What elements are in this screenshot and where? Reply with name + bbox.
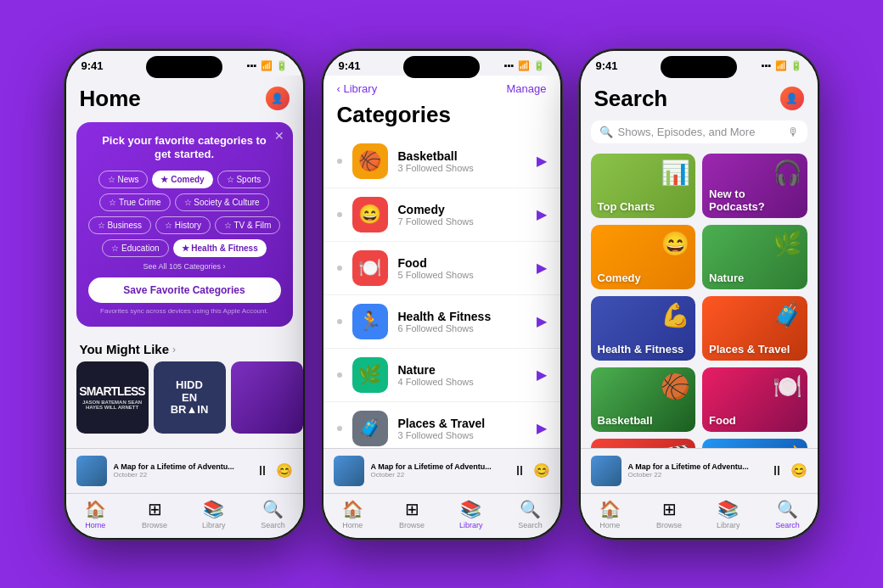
- save-categories-button[interactable]: Save Favorite Categories: [88, 277, 281, 303]
- home-tab-label-srch: Home: [599, 521, 620, 529]
- pause-icon-lib[interactable]: ⏸: [513, 463, 526, 479]
- status-icons-home: ▪▪▪ 📶 🔋: [247, 60, 288, 71]
- tile-emoji-top-charts: 📊: [661, 159, 690, 187]
- tab-home-srch[interactable]: 🏠 Home: [581, 499, 640, 529]
- cat-name-travel: Places & Travel: [398, 417, 526, 430]
- cat-item-basketball[interactable]: 🏀 Basketball 3 Followed Shows ▶: [323, 135, 560, 188]
- cat-item-comedy[interactable]: 😄 Comedy 7 Followed Shows ▶: [323, 188, 560, 242]
- tag-truecrime[interactable]: ☆ True Crime: [99, 193, 170, 211]
- wifi-icon-lib: 📶: [518, 60, 530, 71]
- tags-row-3: ☆ Business ☆ History ☆ TV & Film: [88, 216, 281, 234]
- search-magnifier-icon: 🔍: [599, 126, 613, 138]
- phones-container: 9:41 ▪▪▪ 📶 🔋 Home 👤 ✕ Pick your favorite…: [47, 31, 837, 557]
- emoji-icon[interactable]: 😊: [276, 462, 293, 479]
- cat-name-health: Health & Fitness: [398, 310, 526, 323]
- tab-search-srch[interactable]: 🔍 Search: [758, 499, 818, 529]
- tab-library[interactable]: 📚 Library: [184, 499, 244, 529]
- search-placeholder: Shows, Episodes, and More: [618, 126, 783, 138]
- play-icon-comedy[interactable]: ▶: [537, 206, 547, 222]
- cat-item-travel[interactable]: 🧳 Places & Travel 3 Followed Shows ▶: [323, 402, 560, 448]
- cat-icon-food: 🍽️: [352, 250, 388, 286]
- tab-library-lib[interactable]: 📚 Library: [442, 499, 501, 529]
- emoji-icon-srch[interactable]: 😊: [790, 462, 807, 479]
- tag-history[interactable]: ☆ History: [155, 216, 211, 234]
- tab-search-lib[interactable]: 🔍 Search: [501, 499, 560, 529]
- phone-library: 9:41 ▪▪▪ 📶 🔋 ‹ Library Manage Categories: [321, 48, 563, 540]
- emoji-icon-lib[interactable]: 😊: [533, 462, 550, 479]
- pause-icon-srch[interactable]: ⏸: [770, 463, 784, 479]
- cat-icon-health: 🏃: [352, 304, 388, 339]
- tile-comedy[interactable]: Comedy 😄: [591, 225, 696, 289]
- now-playing-search[interactable]: A Map for a Lifetime of Adventu... Octob…: [581, 448, 818, 493]
- categories-title: Categories: [323, 98, 560, 135]
- library-tab-icon-srch: 📚: [717, 499, 739, 519]
- see-all-link[interactable]: See All 105 Categories ›: [88, 262, 281, 271]
- avatar[interactable]: 👤: [266, 87, 290, 110]
- play-icon-travel[interactable]: ▶: [537, 420, 547, 436]
- cat-item-health[interactable]: 🏃 Health & Fitness 6 Followed Shows ▶: [323, 295, 560, 349]
- tab-home-lib[interactable]: 🏠 Home: [323, 499, 383, 529]
- podcast-smartless[interactable]: SMARTLESS JASON BATEMAN SEAN HAYES WILL …: [76, 361, 149, 434]
- tile-label-health: Health & Fitness: [591, 338, 691, 361]
- tile-basketball[interactable]: Basketball 🏀: [591, 367, 696, 432]
- tab-bar-library: 🏠 Home ⊞ Browse 📚 Library 🔍 Search: [323, 493, 560, 538]
- back-library-link[interactable]: ‹ Library: [337, 82, 378, 95]
- tag-business[interactable]: ☆ Business: [88, 216, 151, 234]
- cat-name-food: Food: [398, 256, 526, 270]
- tab-browse[interactable]: ⊞ Browse: [125, 499, 184, 529]
- pause-icon[interactable]: ⏸: [256, 463, 269, 479]
- tile-label-comedy: Comedy: [591, 266, 648, 289]
- tile-series[interactable]: Series 🎬: [591, 439, 696, 448]
- tile-nature[interactable]: Nature 🌿: [702, 225, 807, 289]
- tab-library-srch[interactable]: 📚 Library: [699, 499, 758, 529]
- categories-list: 🏀 Basketball 3 Followed Shows ▶ 😄 Comedy…: [323, 135, 560, 448]
- mic-icon[interactable]: 🎙: [788, 126, 799, 138]
- close-icon[interactable]: ✕: [274, 129, 284, 143]
- time-search: 9:41: [596, 59, 618, 72]
- tile-sleep[interactable]: Sleep 🌙: [702, 439, 807, 448]
- cat-item-nature[interactable]: 🌿 Nature 4 Followed Shows ▶: [323, 349, 560, 402]
- tab-browse-srch[interactable]: ⊞ Browse: [639, 499, 699, 529]
- tab-home[interactable]: 🏠 Home: [66, 499, 126, 529]
- tile-top-charts[interactable]: Top Charts 📊: [591, 154, 696, 218]
- search-tab-icon-srch: 🔍: [777, 499, 798, 519]
- cat-name-basketball: Basketball: [398, 149, 526, 163]
- dot-health: [337, 319, 342, 324]
- manage-link[interactable]: Manage: [507, 82, 547, 95]
- podcast-purple[interactable]: [231, 361, 303, 434]
- tag-sports[interactable]: ☆ Sports: [217, 171, 271, 188]
- play-icon-food[interactable]: ▶: [537, 260, 547, 276]
- tag-education[interactable]: ☆ Education: [102, 239, 168, 257]
- np-date-home: October 22: [114, 471, 249, 479]
- tab-browse-lib[interactable]: ⊞ Browse: [382, 499, 442, 529]
- tag-news[interactable]: ☆ News: [98, 171, 149, 188]
- tile-new-podcasts[interactable]: New to Podcasts? 🎧: [702, 154, 807, 218]
- tags-row-1: ☆ News ★ Comedy ☆ Sports: [88, 171, 281, 188]
- play-icon-health[interactable]: ▶: [537, 313, 547, 329]
- tile-travel[interactable]: Places & Travel 🧳: [702, 296, 807, 361]
- cat-item-food[interactable]: 🍽️ Food 5 Followed Shows ▶: [323, 242, 560, 295]
- play-icon-nature[interactable]: ▶: [537, 367, 547, 383]
- dot-nature: [337, 372, 342, 378]
- tab-search[interactable]: 🔍 Search: [244, 499, 303, 529]
- cat-nav: ‹ Library Manage: [323, 76, 560, 98]
- now-playing-home[interactable]: A Map for a Lifetime of Adventu... Octob…: [66, 448, 303, 493]
- search-bar[interactable]: 🔍 Shows, Episodes, and More 🎙: [591, 120, 807, 143]
- home-tab-icon-lib: 🏠: [342, 499, 363, 519]
- play-icon-basketball[interactable]: ▶: [537, 153, 547, 169]
- podcast-hidden-brain[interactable]: HIDDENBR▲IN: [154, 361, 226, 434]
- avatar-search[interactable]: 👤: [780, 87, 804, 110]
- browse-tab-label-srch: Browse: [656, 521, 682, 529]
- tile-health[interactable]: Health & Fitness 💪: [591, 296, 696, 361]
- tile-food[interactable]: Food 🍽️: [702, 367, 807, 432]
- now-playing-library[interactable]: A Map for a Lifetime of Adventu... Octob…: [323, 448, 560, 493]
- tag-comedy[interactable]: ★ Comedy: [152, 171, 212, 188]
- battery-icon: 🔋: [276, 60, 288, 71]
- tag-tvfilm[interactable]: ☆ TV & Film: [215, 216, 280, 234]
- tag-health[interactable]: ★ Health & Fitness: [173, 239, 267, 257]
- grid-container: Top Charts 📊 New to Podcasts? 🎧 Comedy 😄: [591, 154, 807, 448]
- np-info-search: A Map for a Lifetime of Adventu... Octob…: [628, 462, 763, 479]
- tag-society[interactable]: ☆ Society & Culture: [175, 193, 269, 211]
- battery-icon-lib: 🔋: [533, 60, 545, 71]
- tags-row-2: ☆ True Crime ☆ Society & Culture: [88, 193, 281, 211]
